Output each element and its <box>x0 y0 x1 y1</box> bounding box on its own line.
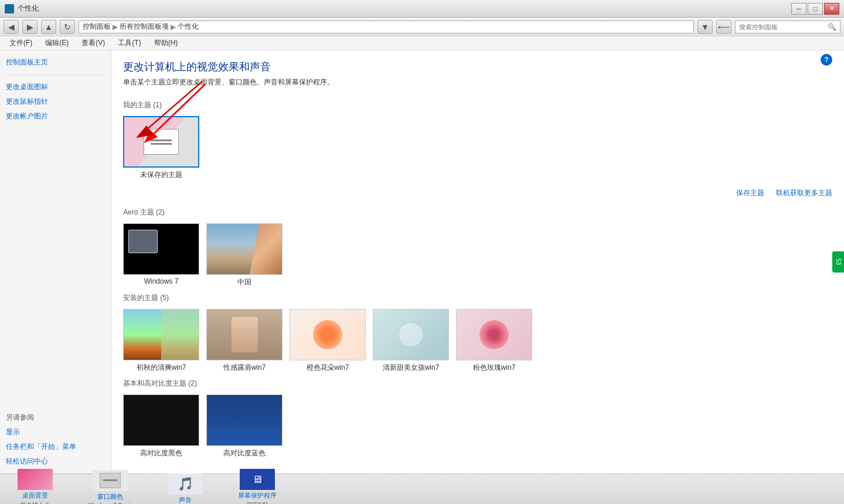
theme-china[interactable]: 中国 <box>206 223 283 287</box>
theme-sexy[interactable]: 性感露肩win7 <box>206 309 283 373</box>
address-path[interactable]: 控制面板 ▶ 所有控制面板项 ▶ 个性化 <box>79 21 694 33</box>
window-color-label: 窗口颜色 <box>97 492 123 501</box>
theme-sweet[interactable]: 清新甜美女孩win7 <box>373 309 449 373</box>
shortcut-wallpaper[interactable]: 桌面背景 粉色情人卡 <box>18 469 53 504</box>
address-bar: ◀ ▶ ▲ ↻ 控制面板 ▶ 所有控制面板项 ▶ 个性化 ▼ ⟵ 🔍 <box>0 18 844 36</box>
shortcut-screensaver[interactable]: 🖥 屏幕保护程序 360画报 <box>238 469 277 504</box>
window-mini <box>100 473 121 488</box>
sweet-inner <box>399 323 423 346</box>
shortcut-sound[interactable]: 🎵 声音 <box>168 474 203 504</box>
side-badge[interactable]: 53 <box>832 251 844 273</box>
menu-edit[interactable]: 编辑(E) <box>39 37 74 49</box>
theme-label-sweet: 清新甜美女孩win7 <box>383 363 440 373</box>
theme-win7[interactable]: Windows 7 <box>123 223 199 287</box>
theme-label-win7: Windows 7 <box>144 277 179 285</box>
unsaved-inner <box>144 129 179 155</box>
save-theme-link[interactable]: 保存主题 <box>736 188 764 198</box>
orange-flower <box>313 320 342 349</box>
path-part3: 个性化 <box>178 22 199 32</box>
theme-thumb-rose <box>456 309 532 360</box>
shortcut-window-color[interactable]: 窗口颜色 Windows 7 Basic <box>88 470 132 505</box>
title-bar: 个性化 ─ □ ✕ <box>0 0 844 18</box>
content-area: ? 更改计算机上的视觉效果和声音 单击某个主题立即更改桌面背景、窗口颜色、声音和… <box>111 50 844 474</box>
path-part2: 所有控制面板项 <box>120 22 169 32</box>
title-bar-controls: ─ □ ✕ <box>791 3 839 15</box>
theme-unsaved[interactable]: 未保存的主题 <box>123 116 199 180</box>
theme-thumb-autumn <box>123 309 199 360</box>
up-button[interactable]: ▲ <box>41 20 56 34</box>
basic-themes-grid: 高对比度黑色 高对比度蓝色 <box>123 394 832 458</box>
theme-black[interactable]: 高对比度黑色 <box>123 394 199 458</box>
theme-label-unsaved: 未保存的主题 <box>140 170 182 180</box>
sidebar-ease-access[interactable]: 轻松访问中心 <box>6 457 105 466</box>
aero-themes-title: Aero 主题 (2) <box>123 207 832 217</box>
menu-tools[interactable]: 工具(T) <box>112 37 147 49</box>
theme-thumb-blue <box>206 394 283 446</box>
theme-orange[interactable]: 橙色花朵win7 <box>290 309 366 373</box>
autumn-overlay <box>161 309 199 360</box>
forward-button[interactable]: ▶ <box>22 20 38 34</box>
screensaver-label: 屏幕保护程序 <box>238 491 277 500</box>
theme-thumb-china <box>206 223 283 275</box>
theme-label-rose: 粉色玫瑰win7 <box>473 363 516 373</box>
search-input[interactable] <box>739 23 825 30</box>
aero-themes-grid: Windows 7 中国 <box>123 223 832 287</box>
installed-themes-title: 安装的主题 (5) <box>123 293 832 303</box>
get-more-themes-link[interactable]: 联机获取更多主题 <box>776 188 832 198</box>
search-icon[interactable]: 🔍 <box>828 23 836 31</box>
help-button[interactable]: ? <box>821 54 832 66</box>
window-color-sublabel: Windows 7 Basic <box>88 502 132 505</box>
refresh-button[interactable]: ↻ <box>60 20 75 34</box>
back-button[interactable]: ◀ <box>4 20 19 34</box>
wallpaper-thumb <box>18 469 53 490</box>
screensaver-sublabel: 360画报 <box>247 501 268 504</box>
title-bar-left: 个性化 <box>5 4 39 13</box>
close-button[interactable]: ✕ <box>824 3 839 15</box>
theme-scroll-area[interactable]: 我的主题 (1) 未保存的主题 保存主题 <box>111 92 844 474</box>
dropdown-button[interactable]: ▼ <box>697 20 713 34</box>
thumb-line-2 <box>151 143 172 145</box>
sidebar-change-account-picture[interactable]: 更改帐户图片 <box>6 111 105 121</box>
content-header: 更改计算机上的视觉效果和声音 单击某个主题立即更改桌面背景、窗口颜色、声音和屏幕… <box>111 50 844 92</box>
sidebar-taskbar[interactable]: 任务栏和「开始」菜单 <box>6 442 105 452</box>
menu-file[interactable]: 文件(F) <box>4 37 38 49</box>
minimize-button[interactable]: ─ <box>791 3 806 15</box>
screensaver-thumb: 🖥 <box>240 469 275 490</box>
sidebar-display[interactable]: 显示 <box>6 427 105 437</box>
theme-label-black: 高对比度黑色 <box>140 448 182 458</box>
window-color-thumb <box>93 470 128 491</box>
window-icon <box>5 4 14 13</box>
wallpaper-sublabel: 粉色情人卡 <box>21 501 50 504</box>
window-title: 个性化 <box>18 4 39 13</box>
theme-thumb-win7 <box>123 223 199 275</box>
sexy-inner <box>232 317 258 352</box>
save-links-row: 保存主题 联机获取更多主题 <box>123 186 832 203</box>
prev-button[interactable]: ⟵ <box>716 20 731 34</box>
content-title: 更改计算机上的视觉效果和声音 <box>123 60 832 74</box>
theme-autumn[interactable]: 初秋的清爽win7 <box>123 309 199 373</box>
theme-label-china: 中国 <box>237 277 251 287</box>
menu-view[interactable]: 查看(V) <box>76 37 111 49</box>
menu-help[interactable]: 帮助(H) <box>148 37 184 49</box>
my-themes-title: 我的主题 (1) <box>123 100 832 110</box>
my-themes-grid: 未保存的主题 <box>123 116 832 180</box>
theme-blue-contrast[interactable]: 高对比度蓝色 <box>206 394 283 458</box>
sidebar: 控制面板主页 更改桌面图标 更改鼠标指针 更改帐户图片 另请参阅 显示 任务栏和… <box>0 50 111 474</box>
screen-icon: 🖥 <box>252 474 263 486</box>
maximize-button[interactable]: □ <box>808 3 823 15</box>
thumb-line-1 <box>151 139 172 141</box>
content-subtitle: 单击某个主题立即更改桌面背景、窗口颜色、声音和屏幕保护程序。 <box>123 77 832 87</box>
theme-thumb-sweet <box>373 309 449 360</box>
sound-thumb: 🎵 <box>168 474 203 495</box>
sidebar-change-mouse-pointer[interactable]: 更改鼠标指针 <box>6 97 105 107</box>
path-sep2: ▶ <box>171 23 176 31</box>
sidebar-change-desktop-icons[interactable]: 更改桌面图标 <box>6 82 105 92</box>
menu-bar: 文件(F) 编辑(E) 查看(V) 工具(T) 帮助(H) <box>0 36 844 50</box>
theme-thumb-unsaved <box>123 116 199 168</box>
installed-themes-grid: 初秋的清爽win7 性感露肩win7 <box>123 309 832 373</box>
sidebar-also-section: 另请参阅 <box>6 413 105 423</box>
theme-rose[interactable]: 粉色玫瑰win7 <box>456 309 532 373</box>
sound-label: 声音 <box>179 496 192 504</box>
sidebar-control-panel-home[interactable]: 控制面板主页 <box>6 57 105 67</box>
path-part1: 控制面板 <box>83 22 111 32</box>
